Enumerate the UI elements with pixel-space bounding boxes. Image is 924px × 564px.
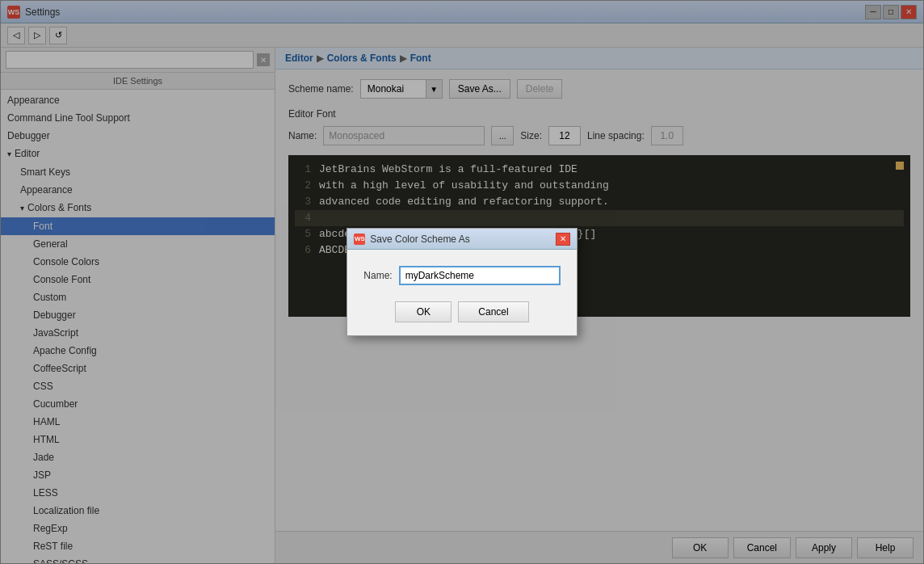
modal-title-left: WS Save Color Scheme As [354,234,469,245]
modal-title-bar: WS Save Color Scheme As ✕ [347,229,576,250]
modal-close-button[interactable]: ✕ [556,233,570,246]
modal-body: Name: OK Cancel [347,250,576,335]
modal-overlay: WS Save Color Scheme As ✕ Name: OK Cance… [0,0,924,564]
modal-buttons: OK Cancel [363,301,560,322]
modal-field-row: Name: [363,266,560,285]
modal-name-label: Name: [363,270,392,281]
modal-ok-button[interactable]: OK [395,301,452,322]
modal-cancel-button[interactable]: Cancel [458,301,528,322]
save-color-scheme-dialog: WS Save Color Scheme As ✕ Name: OK Cance… [346,228,577,336]
modal-title-text: Save Color Scheme As [370,234,469,245]
modal-name-input[interactable] [399,266,561,285]
modal-ws-icon: WS [354,234,365,245]
